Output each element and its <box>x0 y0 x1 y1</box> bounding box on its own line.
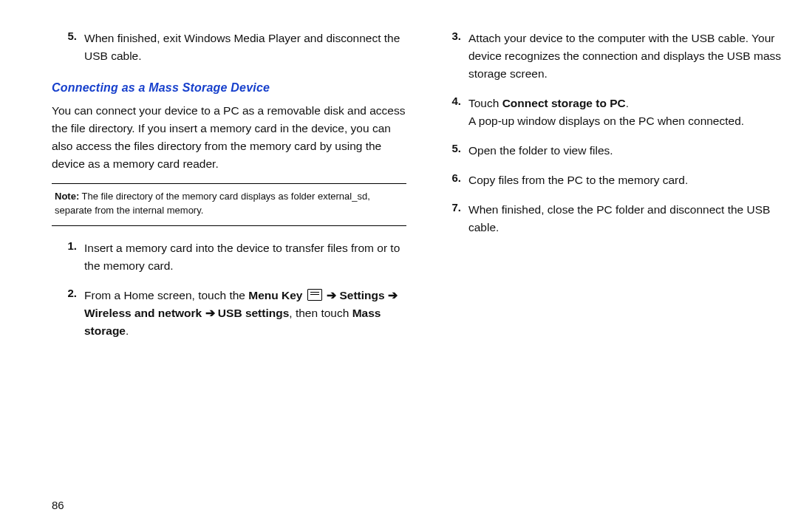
list-body: Insert a memory card into the device to … <box>84 239 406 275</box>
list-number: 7. <box>436 201 468 214</box>
text-span: A pop-up window displays on the PC when … <box>468 115 744 127</box>
list-item: 3. Attach your device to the computer wi… <box>436 30 791 83</box>
list-body: When finished, close the PC folder and d… <box>468 201 791 236</box>
text-span: . <box>626 97 629 109</box>
list-body: From a Home screen, touch the Menu Key ➔… <box>84 287 406 340</box>
list-number: 2. <box>52 287 84 299</box>
settings-label: Settings <box>339 289 384 301</box>
list-item: 5. When finished, exit Windows Media Pla… <box>52 30 406 65</box>
arrow-icon: ➔ <box>202 307 218 319</box>
right-column: 3. Attach your device to the computer wi… <box>436 22 791 248</box>
menu-key-label: Menu Key <box>248 289 302 301</box>
list-body: Attach your device to the computer with … <box>468 30 791 83</box>
intro-paragraph: You can connect your device to a PC as a… <box>52 102 406 173</box>
list-item: 4. Touch Connect storage to PC. A pop-up… <box>436 95 791 130</box>
arrow-icon: ➔ <box>324 289 340 301</box>
left-column: 5. When finished, exit Windows Media Pla… <box>52 22 406 352</box>
list-body: Copy files from the PC to the memory car… <box>468 171 791 189</box>
list-body: Open the folder to view files. <box>468 142 791 160</box>
text-span: . <box>126 324 129 337</box>
list-item: 6. Copy files from the PC to the memory … <box>436 171 791 189</box>
list-number: 1. <box>52 239 84 252</box>
note-body: The file directory of the memory card di… <box>55 191 370 216</box>
list-number: 4. <box>436 95 468 107</box>
text-span: , then touch <box>289 307 352 319</box>
list-number: 5. <box>436 142 468 154</box>
list-item: 7. When finished, close the PC folder an… <box>436 201 791 236</box>
arrow-icon: ➔ <box>385 289 398 301</box>
note-label: Note: <box>55 191 79 202</box>
note-box: Note: The file directory of the memory c… <box>52 183 406 226</box>
menu-key-icon <box>307 289 322 301</box>
text-span: From a Home screen, touch the <box>84 289 248 301</box>
wireless-label: Wireless and network <box>84 307 202 319</box>
list-body: When finished, exit Windows Media Player… <box>84 30 406 65</box>
usb-settings-label: USB settings <box>218 307 289 319</box>
list-item: 1. Insert a memory card into the device … <box>52 239 406 275</box>
list-item: 2. From a Home screen, touch the Menu Ke… <box>52 287 406 340</box>
connect-storage-label: Connect storage to PC <box>502 97 626 109</box>
list-body: Touch Connect storage to PC. A pop-up wi… <box>468 95 791 130</box>
list-number: 6. <box>436 171 468 184</box>
text-span: Touch <box>468 97 502 109</box>
page-number: 86 <box>52 499 64 511</box>
list-item: 5. Open the folder to view files. <box>436 142 791 160</box>
list-number: 3. <box>436 30 468 42</box>
list-number: 5. <box>52 30 84 42</box>
section-heading: Connecting as a Mass Storage Device <box>52 81 406 95</box>
